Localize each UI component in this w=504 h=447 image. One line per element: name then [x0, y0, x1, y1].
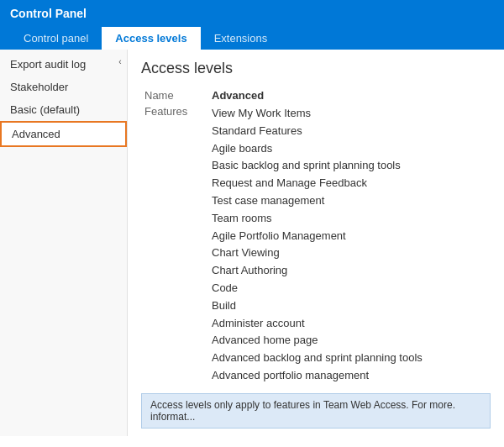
header-title: Control Panel	[10, 7, 87, 20]
feature-item: Agile Portfolio Management	[212, 228, 487, 245]
sidebar-item-stakeholder[interactable]: Stakeholder	[0, 76, 127, 98]
feature-item: Basic backlog and sprint planning tools	[212, 157, 487, 175]
name-value: Advanced	[208, 87, 491, 103]
sidebar-item-export-audit-log[interactable]: Export audit log	[0, 53, 127, 76]
content-area: Access levels Name Advanced Features Vie…	[128, 50, 504, 436]
feature-item: Advanced home page	[212, 332, 487, 350]
feature-item: Test case management	[212, 192, 487, 210]
feature-item: Code	[212, 280, 487, 297]
main-layout: ‹ Export audit log Stakeholder Basic (de…	[0, 50, 504, 436]
feature-item: Advanced backlog and sprint planning too…	[212, 350, 487, 367]
sidebar: ‹ Export audit log Stakeholder Basic (de…	[0, 50, 128, 436]
feature-item: Advanced portfolio management	[212, 367, 487, 385]
feature-item: Team rooms	[212, 210, 487, 228]
collapse-arrow[interactable]: ‹	[113, 53, 127, 70]
features-label: Features	[141, 103, 208, 387]
name-label: Name	[141, 87, 208, 103]
feature-item: Chart Authoring	[212, 262, 487, 280]
feature-item: View My Work Items	[212, 105, 487, 123]
page-title: Access levels	[141, 60, 491, 77]
feature-item: Administer account	[212, 315, 487, 333]
tab-access-levels[interactable]: Access levels	[102, 27, 200, 50]
features-list: View My Work Items Standard Features Agi…	[208, 103, 491, 387]
detail-table: Name Advanced Features View My Work Item…	[141, 87, 491, 387]
feature-item: Agile boards	[212, 140, 487, 158]
feature-item: Standard Features	[212, 123, 487, 140]
app-header: Control Panel	[0, 0, 504, 27]
tab-extensions[interactable]: Extensions	[201, 27, 281, 50]
feature-item: Build	[212, 297, 487, 315]
tab-bar: Control panel Access levels Extensions	[0, 27, 504, 50]
tab-control-panel[interactable]: Control panel	[10, 27, 102, 50]
sidebar-item-basic[interactable]: Basic (default)	[0, 98, 127, 121]
feature-item: Chart Viewing	[212, 245, 487, 262]
sidebar-item-advanced[interactable]: Advanced	[0, 121, 127, 147]
feature-item: Request and Manage Feedback	[212, 175, 487, 192]
info-bar: Access levels only apply to features in …	[141, 393, 491, 429]
